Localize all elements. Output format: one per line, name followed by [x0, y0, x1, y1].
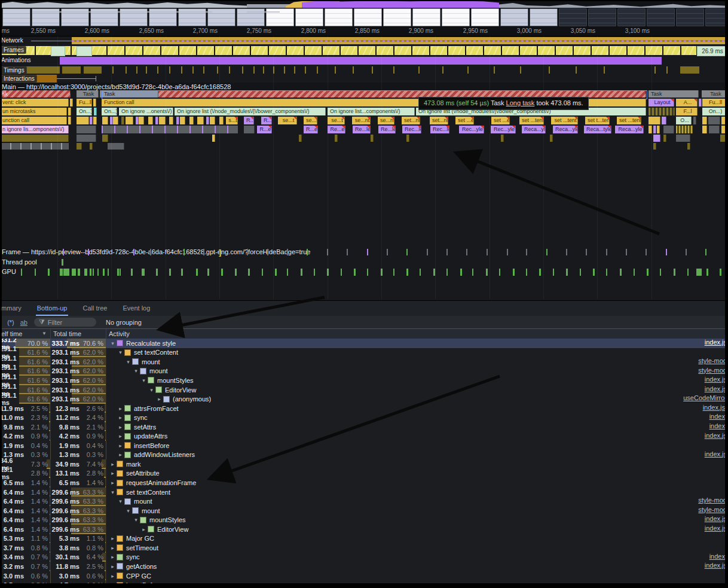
activity-cell[interactable]: ▸getActions: [106, 562, 728, 571]
timing-marker[interactable]: [62, 66, 81, 74]
flame-bar-setent[interactable]: set ...ent: [491, 117, 510, 124]
flame-bar[interactable]: [501, 135, 504, 142]
flame-bar[interactable]: [663, 135, 666, 142]
flame-bar[interactable]: [657, 126, 660, 133]
timing-marker[interactable]: [229, 66, 230, 74]
expand-icon[interactable]: ▸: [109, 563, 117, 569]
filmstrip-thumbnail[interactable]: [588, 8, 616, 26]
expand-icon[interactable]: ▸: [117, 424, 124, 430]
flame-bar[interactable]: [649, 117, 660, 124]
flame-bar[interactable]: [662, 117, 666, 124]
table-row[interactable]: 1.3 ms0.3 %1.3 ms0.3 %▸addWindowListener…: [0, 450, 728, 460]
activity-cell[interactable]: ▾EditorView: [106, 385, 728, 395]
flame-bar[interactable]: [219, 117, 224, 124]
frame-event-tick[interactable]: [307, 249, 308, 255]
source-link[interactable]: index.: [709, 413, 727, 420]
timing-marker[interactable]: [549, 66, 550, 74]
source-link[interactable]: index.js: [705, 450, 727, 458]
frame-event-tick[interactable]: [666, 249, 667, 255]
gpu-activity-tick[interactable]: [93, 269, 94, 276]
expand-icon[interactable]: ▸: [109, 461, 117, 467]
gpu-activity-tick[interactable]: [314, 269, 315, 276]
timing-marker[interactable]: [680, 66, 699, 74]
table-row[interactable]: 6.4 ms1.4 %299.6 ms63.3 %▾mountstyle-mod: [0, 506, 728, 516]
timing-marker[interactable]: [253, 66, 255, 74]
expand-icon[interactable]: ▸: [117, 415, 124, 421]
flame-bar[interactable]: [77, 117, 89, 124]
collapse-icon[interactable]: ▾: [109, 489, 117, 495]
flame-bar-recle[interactable]: Rec...le: [430, 126, 449, 133]
flame-bar[interactable]: [176, 117, 179, 124]
timing-marker[interactable]: [217, 66, 218, 74]
gpu-activity-tick[interactable]: [526, 269, 527, 276]
table-row[interactable]: 4.2 ms0.9 %4.2 ms0.9 %▸updateAttrsindex.…: [0, 432, 728, 441]
frame-event-tick[interactable]: [63, 249, 64, 255]
track-network[interactable]: Network: [0, 36, 728, 45]
flame-bar-on[interactable]: On...): [102, 108, 117, 115]
activity-cell[interactable]: ▾Recalculate style: [106, 339, 728, 348]
table-row[interactable]: 291.1 ms61.6 %293.1 ms62.0 %▾mountstyle-…: [0, 367, 728, 376]
flame-bar[interactable]: [90, 143, 93, 150]
gpu-activity-tick[interactable]: [696, 269, 702, 276]
frame-event-tick[interactable]: [203, 249, 204, 255]
flame-bar-setnt[interactable]: set...nt: [402, 117, 420, 124]
collapse-icon[interactable]: ▾: [124, 359, 132, 365]
activity-cell[interactable]: ▸setAttrs: [106, 422, 728, 432]
timeline-overview[interactable]: [0, 0, 728, 26]
gpu-activity-tick[interactable]: [367, 269, 368, 276]
gpu-activity-tick[interactable]: [687, 269, 689, 276]
flame-bar[interactable]: [102, 135, 108, 142]
flame-bar-settent[interactable]: set ...tent: [551, 117, 578, 124]
flame-bar[interactable]: [299, 135, 302, 142]
flame-bar[interactable]: [94, 108, 97, 115]
expand-icon[interactable]: ▸: [140, 526, 148, 532]
frame-event-tick[interactable]: [526, 249, 527, 255]
gpu-activity-tick[interactable]: [513, 269, 515, 276]
source-link[interactable]: index.js: [705, 562, 727, 569]
gpu-activity-tick[interactable]: [341, 269, 342, 276]
table-row[interactable]: 5.3 ms1.1 %5.3 ms1.1 %▸Major GC: [0, 534, 728, 544]
source-link[interactable]: index.: [709, 422, 727, 429]
table-row[interactable]: 291.1 ms61.6 %293.1 ms62.0 %▾mountStyles…: [0, 376, 728, 385]
frame-event-tick[interactable]: [446, 249, 448, 255]
column-divider[interactable]: [106, 339, 106, 588]
flame-bar[interactable]: [699, 99, 702, 106]
activity-cell[interactable]: ▸addWindowListeners: [106, 450, 728, 460]
animations-bar[interactable]: [60, 57, 662, 65]
gpu-activity-tick[interactable]: [90, 269, 91, 276]
regex-icon[interactable]: (*): [7, 319, 14, 326]
collapse-icon[interactable]: ▾: [132, 517, 140, 523]
flame-bar[interactable]: [653, 135, 660, 142]
gpu-activity-tick[interactable]: [674, 269, 675, 276]
match-whole-word-icon[interactable]: ab: [20, 319, 27, 326]
timing-marker[interactable]: [393, 66, 394, 74]
gpu-activity-tick[interactable]: [196, 269, 198, 276]
collapse-icon[interactable]: ▾: [109, 340, 117, 346]
flame-bar[interactable]: [244, 126, 255, 133]
table-row[interactable]: 11.0 ms2.3 %11.2 ms2.4 %▸syncindex.: [0, 413, 728, 422]
expand-icon[interactable]: ▸: [117, 406, 124, 412]
gpu-activity-tick[interactable]: [472, 269, 473, 276]
gpu-activity-tick[interactable]: [275, 269, 277, 276]
gpu-activity-tick[interactable]: [131, 269, 133, 276]
source-link[interactable]: style-mod: [698, 357, 727, 364]
timing-marker[interactable]: [84, 66, 102, 74]
timing-marker[interactable]: [317, 66, 318, 74]
activity-cell[interactable]: ▸EditorView: [106, 525, 728, 534]
flame-bar[interactable]: [139, 117, 144, 124]
flame-bar-fl[interactable]: F...l: [676, 108, 698, 115]
flame-bar[interactable]: [371, 135, 374, 142]
gpu-activity-tick[interactable]: [486, 269, 488, 276]
timing-marker[interactable]: [604, 66, 605, 74]
gpu-activity-tick[interactable]: [446, 269, 448, 276]
source-link[interactable]: index.: [709, 553, 727, 560]
network-requests-bar[interactable]: [72, 37, 728, 44]
flame-bar-sk[interactable]: sk: [0, 90, 71, 98]
flame-bar-onignorelist[interactable]: On ignore list (\/node_modules\/|\/bower…: [175, 108, 326, 115]
gpu-activity-tick[interactable]: [634, 269, 635, 276]
gpu-activity-tick[interactable]: [499, 269, 500, 276]
flame-bar[interactable]: [68, 117, 71, 124]
gpu-activity-tick[interactable]: [207, 269, 209, 276]
filmstrip-thumbnail[interactable]: [442, 8, 470, 26]
gpu-activity-tick[interactable]: [248, 269, 250, 276]
